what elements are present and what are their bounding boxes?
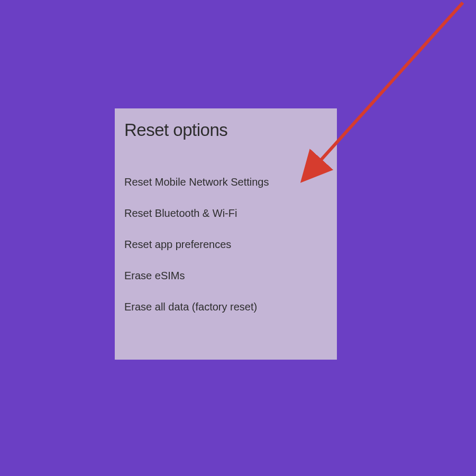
erase-all-data-option[interactable]: Erase all data (factory reset) bbox=[124, 291, 327, 323]
erase-esims-option[interactable]: Erase eSIMs bbox=[124, 260, 327, 291]
reset-bluetooth-wifi-option[interactable]: Reset Bluetooth & Wi-Fi bbox=[124, 198, 327, 229]
reset-options-panel: Reset options Reset Mobile Network Setti… bbox=[115, 108, 337, 360]
reset-mobile-network-option[interactable]: Reset Mobile Network Settings bbox=[124, 167, 327, 198]
reset-app-preferences-option[interactable]: Reset app preferences bbox=[124, 229, 327, 260]
page-title: Reset options bbox=[124, 120, 327, 140]
svg-line-1 bbox=[317, 3, 463, 164]
